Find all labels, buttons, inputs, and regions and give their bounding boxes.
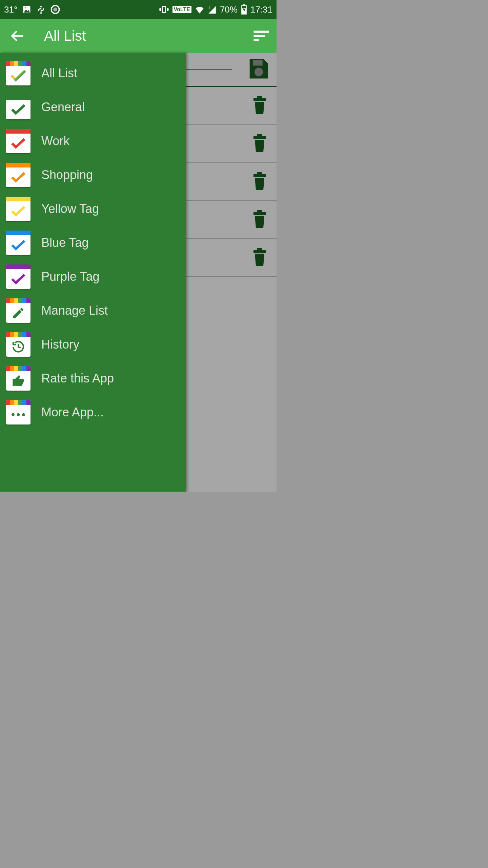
- status-right: VoLTE 1 70% 17:31: [159, 4, 272, 15]
- blue-tag-icon: [6, 231, 30, 255]
- drawer-item-history[interactable]: History: [0, 328, 186, 361]
- all-list-icon: [6, 61, 30, 85]
- svg-point-32: [22, 413, 25, 416]
- drawer-item-work[interactable]: Work: [0, 124, 186, 158]
- svg-point-31: [17, 413, 20, 416]
- more-apps-icon: [6, 400, 30, 425]
- drawer-item-label: All List: [41, 66, 77, 80]
- status-temperature: 31°: [4, 4, 17, 15]
- battery-icon: [241, 4, 247, 15]
- status-left: 31°: [4, 4, 60, 15]
- vibrate-icon: [159, 5, 169, 14]
- drawer-item-purple-tag[interactable]: Purple Tag: [0, 260, 186, 294]
- volte-badge: VoLTE: [172, 6, 191, 13]
- drawer-item-rate-app[interactable]: Rate this App: [0, 361, 186, 395]
- drawer-item-blue-tag[interactable]: Blue Tag: [0, 226, 186, 260]
- drawer-item-label: Rate this App: [41, 371, 114, 386]
- drawer-item-label: Manage List: [41, 303, 108, 318]
- drawer-item-shopping[interactable]: Shopping: [0, 158, 186, 192]
- svg-rect-4: [162, 6, 166, 13]
- status-battery-percent: 70%: [220, 4, 238, 15]
- general-icon: [6, 95, 30, 119]
- shopping-icon: [6, 163, 30, 187]
- rate-app-icon: [6, 366, 30, 391]
- status-time: 17:31: [250, 4, 272, 15]
- svg-point-30: [12, 413, 15, 416]
- drawer-item-general[interactable]: General: [0, 90, 186, 124]
- drawer-item-label: General: [41, 100, 85, 114]
- svg-point-3: [53, 7, 57, 12]
- drawer-item-label: Work: [41, 134, 69, 148]
- image-icon: [22, 5, 32, 14]
- drawer-item-label: History: [41, 337, 79, 352]
- drawer-item-more-apps[interactable]: More App...: [0, 395, 186, 429]
- navigation-drawer: All List General Work Shopping: [0, 53, 186, 492]
- app-bar: All List: [0, 19, 277, 53]
- work-icon: [6, 129, 30, 153]
- manage-list-icon: [6, 298, 30, 323]
- purple-tag-icon: [6, 264, 30, 289]
- wifi-icon: [195, 5, 204, 14]
- drawer-item-label: More App...: [41, 405, 104, 419]
- circle-icon: [50, 5, 60, 14]
- back-button[interactable]: [10, 29, 30, 43]
- drawer-item-all-list[interactable]: All List: [0, 56, 186, 90]
- drawer-item-manage-list[interactable]: Manage List: [0, 294, 186, 328]
- drawer-item-yellow-tag[interactable]: Yellow Tag: [0, 192, 186, 226]
- signal-icon: 1: [208, 5, 217, 14]
- svg-text:1: 1: [208, 6, 210, 9]
- svg-point-1: [25, 7, 26, 8]
- app-bar-title: All List: [30, 28, 249, 44]
- status-bar: 31° VoLTE 1 70% 17:31: [0, 0, 277, 19]
- main-area: All List General Work Shopping: [0, 53, 277, 492]
- drawer-item-label: Shopping: [41, 168, 93, 182]
- usb-icon: [36, 5, 46, 14]
- history-icon: [6, 332, 30, 357]
- drawer-item-label: Purple Tag: [41, 270, 99, 284]
- drawer-item-label: Yellow Tag: [41, 202, 99, 216]
- yellow-tag-icon: [6, 197, 30, 221]
- sort-button[interactable]: [249, 29, 270, 43]
- drawer-item-label: Blue Tag: [41, 236, 88, 250]
